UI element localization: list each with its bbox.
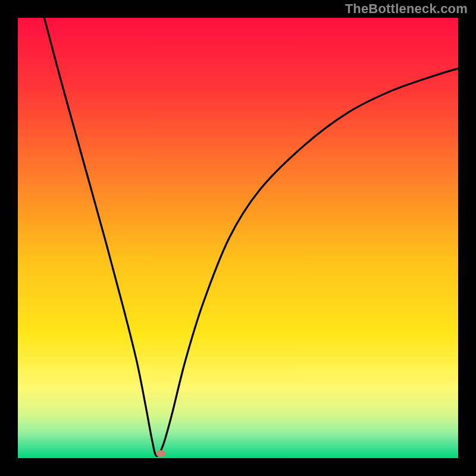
watermark-text: TheBottleneck.com: [345, 1, 468, 17]
plot-background: [18, 18, 458, 458]
bottleneck-chart: [0, 0, 476, 476]
optimum-marker: [156, 450, 166, 458]
chart-frame: TheBottleneck.com: [0, 0, 476, 476]
